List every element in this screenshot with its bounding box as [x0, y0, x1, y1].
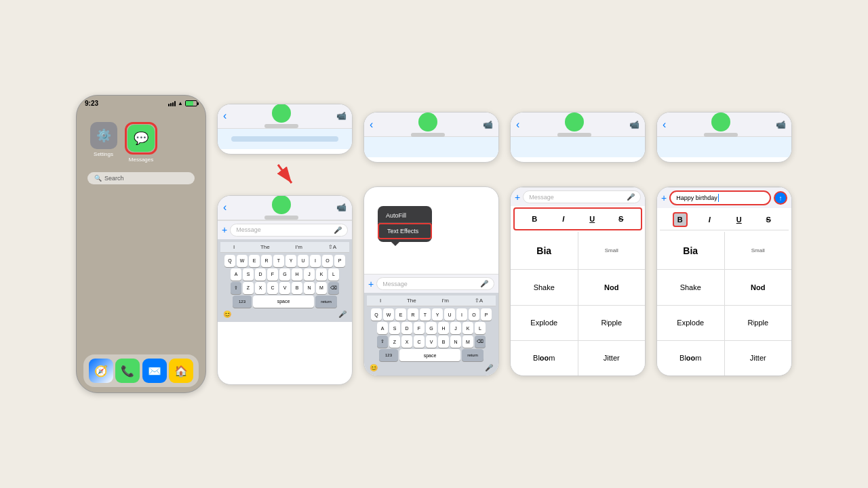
video-icon-2[interactable]: 📹: [336, 111, 347, 121]
key-l[interactable]: L: [328, 268, 339, 281]
key-b[interactable]: B: [292, 282, 302, 294]
search-bar[interactable]: 🔍 Search: [87, 172, 195, 184]
effect-ripple-5[interactable]: Ripple: [725, 306, 792, 340]
effect-big-4[interactable]: Bia: [511, 232, 578, 269]
sug-capslock-3[interactable]: ⇧A: [475, 298, 483, 304]
key-t-3[interactable]: T: [420, 308, 431, 321]
key-space-3[interactable]: space: [399, 349, 460, 361]
sug-i-3[interactable]: I: [380, 298, 381, 304]
send-button-5[interactable]: ↑: [774, 191, 787, 205]
key-g[interactable]: G: [279, 268, 290, 281]
key-n-3[interactable]: N: [450, 336, 461, 348]
key-return-3[interactable]: return: [462, 349, 484, 361]
key-j-3[interactable]: J: [450, 322, 461, 334]
popup-text-effects[interactable]: Text Effects: [378, 223, 432, 239]
key-d-3[interactable]: D: [401, 322, 412, 334]
key-backspace-3[interactable]: ⌫: [475, 336, 486, 348]
home-icon[interactable]: 🏠: [169, 359, 193, 383]
key-b-3[interactable]: B: [438, 336, 449, 348]
safari-icon[interactable]: 🧭: [89, 359, 113, 383]
bold-btn-4[interactable]: B: [527, 211, 542, 226]
bold-btn-5[interactable]: B: [673, 212, 688, 227]
message-input-3[interactable]: Message 🎤: [376, 277, 494, 290]
key-p[interactable]: P: [334, 255, 345, 267]
strike-btn-4[interactable]: S: [614, 211, 629, 226]
key-v[interactable]: V: [279, 282, 290, 294]
back-icon-2[interactable]: ‹: [223, 110, 226, 122]
kb-mic-2[interactable]: 🎤: [338, 310, 347, 318]
key-shift-3[interactable]: ⇧: [377, 336, 388, 348]
key-o-3[interactable]: O: [469, 308, 479, 321]
effect-nod-4[interactable]: Nod: [578, 270, 646, 304]
popup-autofill[interactable]: AutoFill: [378, 209, 432, 223]
add-icon-4[interactable]: +: [515, 192, 520, 203]
sug-im-3[interactable]: I'm: [442, 298, 449, 304]
kb-mic-3[interactable]: 🎤: [485, 364, 493, 371]
underline-btn-5[interactable]: U: [732, 212, 747, 227]
effect-shake-4[interactable]: Shake: [511, 270, 578, 304]
messages-app[interactable]: 💬 Messages: [125, 122, 157, 163]
mic-icon-2[interactable]: 🎤: [334, 226, 342, 234]
key-h[interactable]: H: [292, 268, 302, 281]
underline-btn-4[interactable]: U: [585, 211, 599, 226]
key-h-3[interactable]: H: [438, 322, 449, 334]
key-i[interactable]: I: [310, 255, 321, 267]
key-x[interactable]: X: [255, 282, 266, 294]
back-icon-2b[interactable]: ‹: [223, 201, 226, 214]
effect-bloom-5[interactable]: Bloom: [657, 341, 724, 375]
key-w[interactable]: W: [237, 255, 248, 267]
key-s[interactable]: S: [243, 268, 254, 281]
key-r-3[interactable]: R: [408, 308, 418, 321]
key-p-3[interactable]: P: [481, 308, 492, 321]
key-q-3[interactable]: Q: [371, 308, 382, 321]
key-space[interactable]: space: [253, 296, 314, 308]
sug-the-3[interactable]: The: [407, 298, 416, 304]
key-123[interactable]: 123: [233, 296, 252, 308]
key-c[interactable]: C: [267, 282, 278, 294]
effect-big-5[interactable]: Bia: [657, 232, 724, 269]
back-icon-5[interactable]: ‹: [663, 119, 666, 131]
mic-icon-4[interactable]: 🎤: [627, 193, 635, 201]
key-e-3[interactable]: E: [395, 308, 406, 321]
effect-explode-5[interactable]: Explode: [657, 306, 724, 340]
key-m-3[interactable]: M: [462, 336, 473, 348]
video-icon-3[interactable]: 📹: [483, 120, 493, 129]
key-a-3[interactable]: A: [377, 322, 388, 334]
sug-im[interactable]: I'm: [296, 244, 302, 250]
key-x-3[interactable]: X: [401, 336, 412, 348]
italic-btn-5[interactable]: I: [702, 212, 717, 227]
message-input-2[interactable]: Message 🎤: [230, 224, 348, 237]
effect-jitter-4[interactable]: Jitter: [578, 341, 646, 375]
video-icon-2b[interactable]: 📹: [336, 203, 347, 212]
key-r[interactable]: R: [261, 255, 272, 267]
key-t[interactable]: T: [273, 255, 284, 267]
key-c-3[interactable]: C: [414, 336, 425, 348]
key-l-3[interactable]: L: [475, 322, 486, 334]
key-y[interactable]: Y: [285, 255, 296, 267]
key-e[interactable]: E: [249, 255, 260, 267]
key-u-3[interactable]: U: [444, 308, 455, 321]
key-i-3[interactable]: I: [456, 308, 467, 321]
key-shift[interactable]: ⇧: [231, 282, 241, 294]
messages-icon[interactable]: 💬: [127, 125, 155, 152]
back-icon-4[interactable]: ‹: [516, 119, 519, 131]
effect-small-4[interactable]: Small: [578, 232, 646, 269]
effect-shake-5[interactable]: Shake: [657, 270, 724, 304]
key-n[interactable]: N: [304, 282, 315, 294]
key-k-3[interactable]: K: [462, 322, 473, 334]
message-input-4[interactable]: Message 🎤: [523, 190, 641, 203]
add-icon-3[interactable]: +: [368, 279, 374, 289]
effect-ripple-4[interactable]: Ripple: [578, 306, 646, 340]
key-m[interactable]: M: [316, 282, 327, 294]
key-s-3[interactable]: S: [389, 322, 400, 334]
sug-capslock[interactable]: ⇧A: [328, 244, 336, 250]
key-z-3[interactable]: Z: [389, 336, 400, 348]
key-backspace[interactable]: ⌫: [328, 282, 339, 294]
back-icon-3[interactable]: ‹: [370, 119, 373, 131]
strike-btn-5[interactable]: S: [761, 212, 776, 227]
key-123-3[interactable]: 123: [379, 349, 398, 361]
mic-icon-3[interactable]: 🎤: [480, 280, 488, 287]
effect-nod-5[interactable]: Nod: [725, 270, 792, 304]
key-q[interactable]: Q: [224, 255, 235, 267]
key-u[interactable]: U: [298, 255, 309, 267]
